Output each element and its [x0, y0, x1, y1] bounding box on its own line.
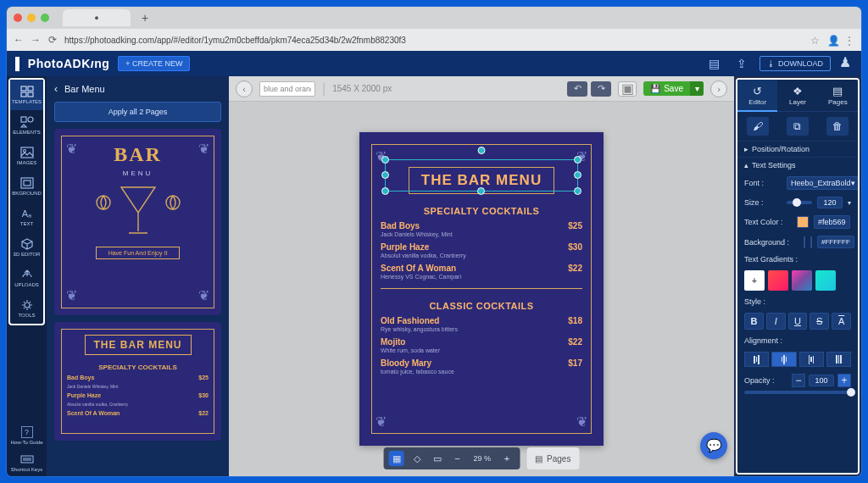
- tab-layer[interactable]: ❖Layer: [777, 80, 817, 112]
- delete-button[interactable]: 🗑: [826, 117, 849, 136]
- underline-button[interactable]: U: [788, 313, 808, 330]
- text-settings-section[interactable]: ▴ Text Settings: [744, 161, 851, 169]
- rail-images[interactable]: IMAGES: [10, 141, 43, 171]
- save-dropdown-icon[interactable]: ▾: [690, 81, 704, 96]
- uppercase-button[interactable]: A: [832, 313, 851, 330]
- rail-elements[interactable]: ELEMENTS: [10, 110, 43, 141]
- menu-icon[interactable]: ⋮: [844, 35, 854, 45]
- resize-handle[interactable]: [574, 171, 581, 179]
- tab-pages[interactable]: ▤Pages: [818, 80, 858, 112]
- size-slider[interactable]: [787, 201, 812, 204]
- new-tab-button[interactable]: +: [139, 12, 151, 24]
- resize-handle[interactable]: [574, 156, 581, 164]
- download-button[interactable]: ⭳DOWNLOAD: [760, 56, 831, 71]
- gradient-swatch[interactable]: [815, 270, 836, 291]
- gradient-swatch[interactable]: [768, 270, 788, 291]
- avatar-icon[interactable]: ♟: [839, 54, 853, 73]
- opacity-slider[interactable]: [744, 391, 851, 394]
- gradient-swatch[interactable]: [792, 270, 812, 291]
- pages-label: Pages: [547, 454, 570, 464]
- rail-tools[interactable]: TOOLS: [10, 293, 43, 324]
- textcolor-swatch[interactable]: [797, 216, 809, 228]
- opacity-input[interactable]: 100: [809, 375, 834, 386]
- bg-hex[interactable]: #FFFFFF: [817, 236, 854, 248]
- window-max-dot[interactable]: [41, 14, 49, 22]
- bold-button[interactable]: B: [744, 313, 764, 330]
- browser-tab[interactable]: ●: [63, 9, 131, 26]
- rail-howto[interactable]: ?How-To Guide: [7, 422, 47, 449]
- align-left-button[interactable]: [744, 352, 769, 367]
- chat-fab[interactable]: 💬: [700, 432, 727, 459]
- align-right-button[interactable]: [799, 352, 824, 367]
- bg-none-swatch[interactable]: [804, 236, 805, 248]
- svg-rect-0: [21, 86, 26, 91]
- drafts-icon[interactable]: ▤: [705, 54, 724, 73]
- slider-thumb[interactable]: [793, 198, 801, 207]
- rail-shortcuts[interactable]: Shortcut Keys: [7, 449, 47, 476]
- rail-uploads[interactable]: UPLOADS: [10, 263, 43, 293]
- crop-button[interactable]: ▣: [618, 81, 637, 97]
- nav-reload-icon[interactable]: ⟳: [47, 35, 58, 45]
- opacity-decrease[interactable]: −: [792, 374, 805, 387]
- create-new-button[interactable]: + CREATE NEW: [118, 56, 190, 71]
- chevron-down-icon[interactable]: ▾: [848, 199, 851, 207]
- svg-rect-2: [21, 92, 26, 97]
- share-icon[interactable]: ⇪: [732, 54, 751, 73]
- resize-handle[interactable]: [381, 171, 389, 179]
- resize-handle[interactable]: [477, 187, 485, 195]
- template-card[interactable]: ❦ ❦ BAR MENU Have Fun And Enjoy It ❦ ❦: [54, 129, 221, 315]
- eraser-button[interactable]: ◇: [409, 451, 425, 466]
- duplicate-button[interactable]: ⧉: [787, 117, 809, 136]
- artboard[interactable]: ❦ ❦ ❦ ❦ THE BAR MENU SPECIALTY COCKTAILS…: [359, 132, 604, 446]
- pages-button[interactable]: ▤Pages: [526, 447, 579, 469]
- grid-view-button[interactable]: ▦: [389, 451, 404, 466]
- resize-handle[interactable]: [574, 187, 581, 195]
- rotate-handle[interactable]: [478, 147, 486, 154]
- window-min-dot[interactable]: [27, 14, 36, 22]
- nav-forward-icon[interactable]: →: [31, 35, 41, 45]
- svg-point-14: [97, 196, 110, 209]
- resize-handle[interactable]: [381, 156, 389, 164]
- redo-button[interactable]: ↷: [591, 81, 611, 97]
- opacity-increase[interactable]: +: [837, 374, 851, 387]
- design-name-input[interactable]: [259, 81, 315, 97]
- prev-page-button[interactable]: ‹: [236, 80, 253, 97]
- rail-text[interactable]: AₐTEXT: [10, 202, 43, 232]
- undo-button[interactable]: ↶: [567, 81, 587, 97]
- align-center-button[interactable]: [771, 352, 796, 367]
- next-page-button[interactable]: ›: [710, 80, 727, 97]
- selection-box[interactable]: [385, 159, 578, 192]
- apply-all-button[interactable]: Apply all 2 Pages: [54, 102, 221, 122]
- format-paint-button[interactable]: 🖌: [747, 117, 769, 136]
- menu-item-sub: tomato juice, tabasco sauce: [381, 369, 582, 375]
- strike-button[interactable]: S: [810, 313, 829, 330]
- resize-handle[interactable]: [381, 187, 389, 195]
- url-text[interactable]: https://photoadking.com/app/#/editor/1ym…: [64, 36, 804, 45]
- tab-editor[interactable]: ↺Editor: [737, 80, 777, 112]
- rail-3deditor[interactable]: 3D EDITOR: [10, 232, 43, 263]
- images-icon: [20, 147, 34, 158]
- keyboard-icon: [20, 453, 34, 465]
- fit-button[interactable]: ▭: [430, 451, 445, 466]
- zoom-out-button[interactable]: −: [450, 451, 465, 466]
- profile-icon[interactable]: 👤: [827, 35, 837, 45]
- back-button[interactable]: ‹: [54, 83, 58, 95]
- textcolor-hex[interactable]: #feb569: [814, 215, 850, 229]
- template-card[interactable]: THE BAR MENU SPECIALTY COCKTAILS Bad Boy…: [54, 322, 221, 441]
- save-button[interactable]: 💾Save ▾: [643, 81, 704, 96]
- rail-templates[interactable]: TEMPLATES: [10, 80, 43, 110]
- italic-button[interactable]: I: [766, 313, 786, 330]
- add-gradient-button[interactable]: +: [744, 270, 765, 291]
- elements-icon: [20, 116, 34, 128]
- align-justify-button[interactable]: [826, 352, 851, 367]
- slider-thumb[interactable]: [847, 388, 855, 397]
- window-close-dot[interactable]: [14, 14, 22, 22]
- size-input[interactable]: 120: [817, 197, 843, 208]
- nav-back-icon[interactable]: ←: [14, 35, 24, 45]
- rail-background[interactable]: BKGROUND: [10, 171, 43, 202]
- position-rotation-section[interactable]: ▸ Position/Rotation: [744, 145, 851, 153]
- bg-swatch[interactable]: [810, 236, 812, 248]
- font-select[interactable]: Heebo_ExtraBold▾: [787, 176, 858, 190]
- zoom-in-button[interactable]: +: [499, 451, 515, 466]
- star-icon[interactable]: ☆: [810, 35, 821, 45]
